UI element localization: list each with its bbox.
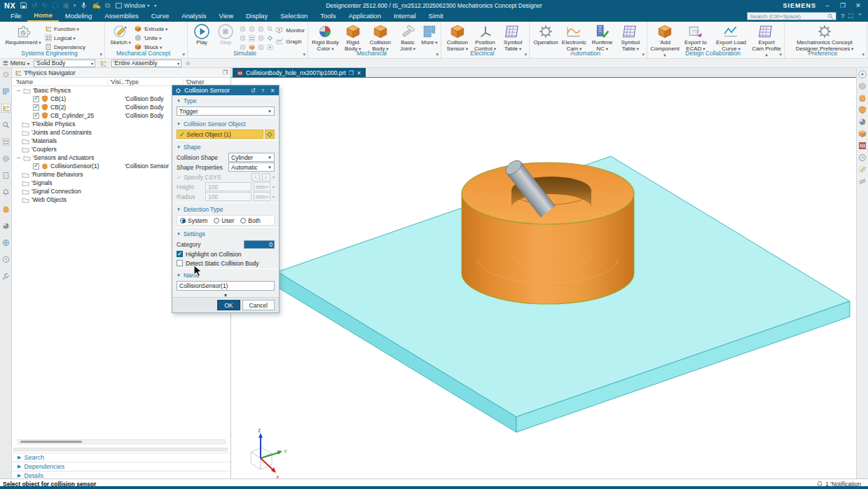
simulate-mini-icon[interactable]	[256, 25, 265, 33]
chart-pie-icon[interactable]	[1, 221, 11, 230]
rigid-body-color-icon[interactable]	[858, 117, 867, 126]
assembly-navigator-icon[interactable]	[1, 87, 11, 96]
find-icon[interactable]	[1, 120, 11, 130]
pin-tab-icon[interactable]: ❐	[349, 70, 354, 76]
symbol-table-button-2[interactable]: Symbol Table	[617, 23, 644, 53]
export-load-curve-button[interactable]: Export Load Curve	[712, 23, 750, 53]
minimize-button[interactable]: –	[823, 2, 832, 9]
section-name[interactable]: ▼Name	[172, 270, 279, 280]
operation-button[interactable]: Operation	[532, 23, 559, 46]
runtime-inspector-icon[interactable]	[1, 205, 11, 214]
type-dropdown[interactable]: Trigger▼	[177, 106, 275, 116]
tab-curve[interactable]: Curve	[145, 11, 175, 21]
collision-body-icon[interactable]	[858, 105, 867, 114]
restore-button[interactable]: ❐	[839, 2, 847, 9]
section-settings[interactable]: ▼Settings	[172, 228, 279, 239]
category-spinbox[interactable]: 0	[244, 240, 275, 249]
fullscreen-icon[interactable]: ⛶	[848, 13, 853, 20]
dialog-close-icon[interactable]: ✕	[269, 88, 276, 94]
radius-unit-dropdown[interactable]: mm▾	[254, 192, 270, 201]
tab-tools[interactable]: Tools	[314, 11, 342, 21]
part-navigator-icon[interactable]	[1, 154, 11, 163]
scrollbar-track[interactable]	[13, 448, 228, 451]
simulate-mini-icon[interactable]	[256, 34, 265, 42]
document-tab[interactable]: CollisionBody_hole_nx2007ip1000.prt ❐ ✕	[233, 68, 366, 78]
tab-simit[interactable]: Simit	[422, 11, 450, 21]
3d-scene[interactable]: Z Y X	[231, 78, 856, 478]
height-input[interactable]	[205, 182, 252, 191]
tab-display[interactable]: Display	[240, 11, 274, 21]
section-type[interactable]: ▼Type	[172, 95, 279, 106]
radius-input[interactable]	[205, 192, 252, 201]
unite-button[interactable]: 'Unite	[135, 34, 167, 42]
close-button[interactable]: ✕	[854, 2, 862, 9]
tab-view[interactable]: View	[213, 11, 240, 21]
section-collision-sensor-object[interactable]: ▼Collision Sensor Object	[172, 118, 279, 129]
ok-button[interactable]: OK	[217, 300, 240, 310]
cut-icon[interactable]: ▢	[52, 1, 58, 9]
physics-navigator-icon[interactable]	[1, 104, 11, 113]
customize-caret-icon[interactable]: ▾	[74, 3, 76, 8]
horizontal-scrollbar[interactable]	[18, 439, 226, 444]
monitor-button[interactable]: Monitor	[275, 26, 305, 34]
dialog-reset-icon[interactable]: ↺	[249, 88, 256, 94]
snapshot-icon[interactable]	[266, 34, 274, 42]
scrollbar-thumb[interactable]	[20, 441, 82, 443]
csys-dialog-icon[interactable]	[252, 173, 260, 181]
tab-assemblies[interactable]: Assemblies	[98, 11, 145, 21]
csys-constructor-icon[interactable]	[262, 173, 270, 181]
position-control-button[interactable]: Position Control	[472, 23, 499, 53]
visibility-checkbox[interactable]: ✓	[33, 104, 39, 111]
snap-point-icon[interactable]: ◈	[186, 60, 191, 67]
sensor-name-input[interactable]	[177, 281, 275, 291]
basic-joint-button[interactable]: Basic Joint	[396, 23, 419, 53]
selection-filter-icon[interactable]	[99, 60, 107, 67]
window-menu[interactable]: Window▾ ▾	[116, 2, 156, 9]
material-sphere-icon[interactable]	[858, 81, 867, 90]
collision-sensor-button[interactable]: Collision Sensor	[444, 23, 471, 53]
notifications-bell-icon[interactable]	[1, 188, 11, 197]
simulate-mini-icon[interactable]	[247, 34, 256, 42]
select-object-field[interactable]: ✓ Select Object (1)	[177, 130, 263, 139]
copy-icon[interactable]: ▣	[63, 1, 69, 9]
edit-pencil-icon[interactable]	[858, 165, 867, 174]
highlight-on-collision-checkbox[interactable]: ✓Highlight on Collision	[177, 250, 275, 258]
simulate-mini-icon[interactable]	[247, 25, 256, 33]
tab-home[interactable]: Home	[27, 11, 58, 22]
electronic-cam-button[interactable]: Electronic Cam	[560, 23, 587, 53]
screens-icon[interactable]: ⧉	[105, 1, 110, 10]
assembly-scope-combo[interactable]: 'Entire Assembly▾	[111, 60, 181, 67]
export-to-ecad-button[interactable]: Export to ECAD	[681, 23, 710, 53]
history-clock-icon[interactable]	[858, 153, 867, 162]
tab-internal[interactable]: Internal	[387, 11, 422, 21]
reuse-library-icon[interactable]	[1, 171, 11, 180]
tab-analysis[interactable]: Analysis	[175, 11, 212, 21]
function-button[interactable]: Function	[45, 25, 85, 33]
symbol-table-button[interactable]: Symbol Table	[500, 23, 526, 53]
command-search-input[interactable]: Search (Ctrl+Space)	[747, 12, 836, 20]
collision-shape-dropdown[interactable]: Cylinder▼	[228, 153, 275, 162]
collision-body-cylinder[interactable]	[462, 163, 634, 304]
close-tab-icon[interactable]: ✕	[357, 70, 361, 76]
nx-part-icon[interactable]	[858, 141, 867, 150]
cancel-button[interactable]: Cancel	[242, 300, 275, 310]
visibility-checkbox[interactable]: ✓	[33, 113, 39, 119]
constraint-navigator-icon[interactable]	[1, 137, 11, 146]
height-unit-dropdown[interactable]: mm▾	[254, 182, 270, 191]
sketch-button[interactable]: Sketch	[108, 23, 133, 46]
zoom-icon[interactable]	[266, 25, 274, 33]
stop-button[interactable]: Stop	[214, 23, 237, 46]
selection-scope-combo[interactable]: 'Solid Body▾	[34, 60, 95, 67]
tab-application[interactable]: Application	[342, 11, 387, 21]
tab-modeling[interactable]: Modeling	[59, 11, 99, 21]
minimize-ribbon-icon[interactable]: ⌃	[857, 13, 862, 20]
rigid-body-icon[interactable]	[858, 129, 867, 138]
section-shape[interactable]: ▼Shape	[172, 142, 279, 152]
expander-icon[interactable]: −	[16, 87, 21, 94]
extrude-button[interactable]: 'Extrude	[135, 25, 167, 33]
section-dependencies[interactable]: ▶Dependencies	[12, 462, 230, 470]
radio-user[interactable]: User	[214, 217, 234, 224]
settings-gear-icon[interactable]	[1, 70, 11, 79]
collision-sensor-dialog[interactable]: Collision Sensor ↺ ? ✕ ▼Type Trigger▼ ▼C…	[172, 85, 280, 313]
history-clock-icon[interactable]	[1, 255, 11, 264]
